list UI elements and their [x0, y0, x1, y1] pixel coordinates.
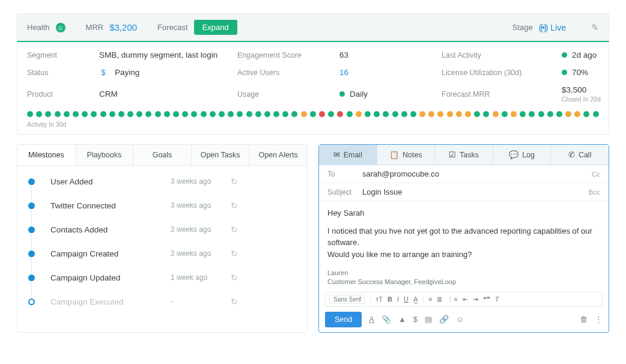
activity-dot-icon: [456, 111, 462, 117]
email-body[interactable]: Hey Sarah I noticed that you hve not yet…: [319, 201, 609, 264]
align-icon[interactable]: ≡: [428, 296, 432, 303]
cc-link[interactable]: Cc: [592, 171, 600, 178]
send-button[interactable]: Send: [325, 312, 362, 327]
activity-dot-icon: [356, 111, 362, 117]
activity-dot-icon: [328, 111, 334, 117]
activity-label: Activity In 30d: [27, 121, 599, 128]
timeline-dot-hollow-icon: [28, 299, 35, 305]
activity-dot-icon: [428, 111, 434, 117]
activity-dot-icon: [347, 111, 353, 117]
activity-dot-icon: [583, 111, 589, 117]
edit-icon[interactable]: ✎: [591, 22, 599, 33]
tab-milestones[interactable]: Milestones: [17, 145, 76, 165]
refresh-icon[interactable]: ↻: [231, 225, 238, 234]
stage-group: Stage ((•)) Live ✎: [512, 22, 599, 33]
more-menu-icon[interactable]: ⋮: [595, 315, 603, 324]
envelope-icon: ✉: [333, 150, 340, 159]
activity-dot-icon: [547, 111, 553, 117]
activity-dot-icon: [374, 111, 380, 117]
indent-icon[interactable]: ⇥: [473, 296, 478, 303]
stage-value[interactable]: ((•)) Live: [539, 23, 566, 32]
tab-open-alerts[interactable]: Open Alerts: [249, 145, 307, 165]
clearformat-icon[interactable]: T: [495, 296, 499, 303]
refresh-icon[interactable]: ↻: [231, 273, 238, 282]
format-toolbar: Sans Serif тT B I U A̲ ≡ ≣ ⋮≡ ⇤ ⇥ ❝❞ T: [325, 292, 603, 307]
segment-label: Segment: [27, 51, 81, 59]
bold-icon[interactable]: B: [387, 296, 392, 303]
subject-field[interactable]: Subject Login Issue Bcc: [319, 183, 609, 201]
activity-dot-icon: [419, 111, 425, 117]
outdent-icon[interactable]: ⇤: [463, 296, 468, 303]
tab-log[interactable]: 💬Log: [493, 145, 552, 165]
timeline-dot-icon: [28, 275, 35, 281]
product-value: CRM: [99, 89, 219, 99]
activity-dot-icon: [574, 111, 580, 117]
activity-dot-icon: [27, 111, 33, 117]
activity-dot-icon: [219, 111, 225, 117]
link-icon[interactable]: 🔗: [439, 315, 449, 324]
refresh-icon[interactable]: ↻: [231, 177, 238, 186]
refresh-icon[interactable]: ↻: [231, 297, 238, 306]
timeline-line: [31, 180, 32, 308]
drive-icon[interactable]: ▲: [398, 315, 406, 324]
trash-icon[interactable]: 🗑: [580, 315, 588, 324]
milestone-name: Contacts Added: [50, 225, 171, 234]
emoji-icon[interactable]: ☺: [456, 315, 464, 324]
timeline-dot-icon: [28, 202, 35, 209]
activity-dot-icon: [237, 111, 243, 117]
broadcast-icon: ((•)): [539, 23, 547, 32]
underline-icon[interactable]: U: [404, 296, 409, 303]
milestones-panel: Milestones Playbooks Goals Open Tasks Op…: [17, 144, 308, 333]
activity-dot-icon: [392, 111, 398, 117]
tab-tasks[interactable]: ☑Tasks: [435, 145, 493, 165]
milestone-row: User Added 3 weeks ago ↻: [17, 169, 307, 193]
activity-dot-icon: [301, 111, 307, 117]
italic-icon[interactable]: I: [397, 296, 399, 303]
to-field[interactable]: To sarah@promocube.co Cc: [319, 165, 609, 183]
account-header: Health ☺ MRR $3,200 Forecast Expand Stag…: [17, 13, 609, 42]
activity-dot-icon: [483, 111, 489, 117]
bulletlist-icon[interactable]: ⋮≡: [447, 296, 457, 303]
health-label: Health: [27, 23, 50, 32]
textformat-icon[interactable]: A: [369, 315, 374, 324]
tab-notes[interactable]: 📋Notes: [377, 145, 436, 165]
activity-dot-icon: [437, 111, 443, 117]
milestone-row: Campaign Executed - ↻: [17, 290, 307, 314]
numberlist-icon[interactable]: ≣: [437, 296, 442, 303]
font-select[interactable]: Sans Serif: [329, 295, 365, 304]
activity-dot-icon: [474, 111, 480, 117]
to-value[interactable]: sarah@promocube.co: [362, 169, 592, 178]
milestone-row: Campaign Created 2 weeks ago ↻: [17, 241, 307, 265]
activity-dot-icon: [164, 111, 170, 117]
timeline-dot-icon: [28, 178, 35, 185]
activity-dot-icon: [201, 111, 207, 117]
activity-dot-icon: [493, 111, 499, 117]
status-label: Status: [27, 68, 81, 77]
fontsize-icon[interactable]: тT: [375, 296, 383, 303]
refresh-icon[interactable]: ↻: [231, 201, 238, 210]
body-greeting: Hey Sarah: [327, 207, 600, 219]
activity-dot-icon: [91, 111, 97, 117]
tab-open-tasks[interactable]: Open Tasks: [192, 145, 250, 165]
activity-dot-icon: [264, 111, 270, 117]
refresh-icon[interactable]: ↻: [231, 249, 238, 258]
attachment-icon[interactable]: 📎: [381, 315, 391, 324]
milestone-row: Twitter Connected 3 weeks ago ↻: [17, 193, 307, 217]
tab-playbooks[interactable]: Playbooks: [76, 145, 134, 165]
quote-icon[interactable]: ❝❞: [483, 296, 490, 303]
segment-value: SMB, dummy segment, last login: [99, 50, 219, 59]
dollar-icon: $: [99, 68, 108, 77]
timeline-dot-icon: [28, 226, 35, 233]
template-icon[interactable]: ▤: [425, 315, 432, 324]
tab-email[interactable]: ✉Email: [319, 145, 377, 165]
tab-call[interactable]: ✆Call: [551, 145, 609, 165]
dollar-icon[interactable]: $: [413, 315, 418, 324]
activity-dot-icon: [383, 111, 389, 117]
tab-goals[interactable]: Goals: [133, 145, 192, 165]
activity-dot-icon: [319, 111, 325, 117]
subject-value[interactable]: Login Issue: [362, 187, 589, 196]
activeusers-value[interactable]: 16: [339, 68, 424, 77]
textcolor-icon[interactable]: A̲: [413, 296, 418, 303]
bcc-link[interactable]: Bcc: [589, 189, 600, 196]
expand-button[interactable]: Expand: [194, 20, 237, 35]
